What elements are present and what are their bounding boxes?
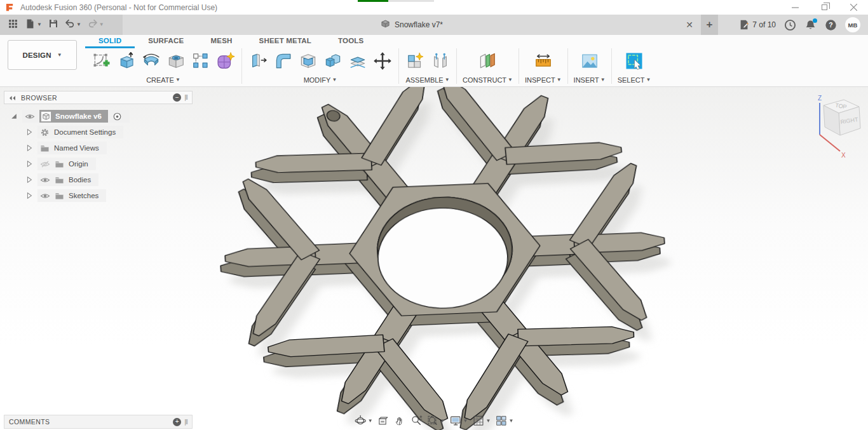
minimize-button[interactable]	[780, 0, 810, 15]
z-axis-label: Z	[818, 95, 822, 102]
select-tool-button[interactable]	[624, 51, 645, 74]
comments-panel: COMMENTS + |‖	[4, 415, 193, 429]
workspace-selector[interactable]: DESIGN ▼	[8, 40, 77, 70]
tree-node[interactable]: Named Views	[37, 142, 107, 154]
extrude-button[interactable]	[116, 51, 137, 74]
notifications-icon[interactable]	[804, 19, 817, 31]
group-label-insert[interactable]: INSERT▼	[574, 76, 606, 84]
offset-face-button[interactable]	[347, 51, 368, 74]
ribbon-group-create: CREATE▼	[85, 48, 242, 84]
group-label-construct[interactable]: CONSTRUCT▼	[463, 76, 513, 84]
revolve-button[interactable]	[140, 51, 161, 74]
new-tab-button[interactable]: +	[701, 15, 718, 35]
fit-button[interactable]: ▼	[426, 414, 447, 427]
combine-icon	[323, 51, 342, 73]
browser-header: BROWSER − |‖	[4, 91, 193, 104]
expander-icon[interactable]	[24, 160, 34, 168]
browser-title: BROWSER	[21, 94, 57, 102]
tab-surface[interactable]: SURFACE	[135, 36, 197, 48]
visibility-eye-icon[interactable]	[40, 192, 50, 200]
insert-image-button[interactable]	[579, 51, 600, 74]
group-label-create[interactable]: CREATE▼	[146, 76, 180, 84]
group-label-select[interactable]: SELECT▼	[618, 76, 651, 84]
orbit-button[interactable]: ▼	[353, 414, 374, 427]
activate-radio-icon[interactable]	[112, 112, 122, 121]
chevron-down-icon: ▼	[508, 419, 513, 424]
expander-icon[interactable]	[24, 192, 34, 199]
restore-button[interactable]	[810, 0, 839, 15]
group-label-inspect[interactable]: INSPECT▼	[525, 76, 562, 84]
folder-icon	[40, 144, 50, 152]
visibility-eye-off-icon[interactable]	[40, 160, 50, 168]
expander-icon[interactable]	[24, 176, 34, 184]
user-avatar[interactable]: MB	[845, 17, 860, 32]
tree-node[interactable]: Origin	[37, 158, 96, 170]
node-label: Named Views	[54, 144, 99, 152]
tab-sheet-metal[interactable]: SHEET METAL	[246, 36, 325, 48]
viewport-canvas[interactable]: BROWSER − |‖ Snowflake v6 Document Setti…	[0, 87, 868, 430]
undo-icon	[65, 18, 75, 31]
expander-icon[interactable]	[24, 128, 34, 136]
new-component-button[interactable]	[405, 51, 426, 74]
visibility-eye-icon[interactable]	[25, 112, 35, 121]
create-form-button[interactable]	[215, 51, 236, 74]
construction-plane-button[interactable]	[477, 51, 498, 74]
browser-drag-grip[interactable]: |‖	[184, 94, 187, 101]
node-label: Snowflake v6	[55, 112, 102, 120]
app-grid-button[interactable]	[6, 17, 20, 33]
grid-settings-button[interactable]: ▼	[471, 414, 492, 427]
app-toolbar: ▼▼▼ Snowflake v7* ✕ + 7 of 10 ? MB	[0, 15, 868, 35]
shell-button[interactable]	[297, 51, 318, 74]
fillet-button[interactable]	[273, 51, 294, 74]
display-settings-button[interactable]: ▼	[449, 414, 470, 427]
browser-row-root: Snowflake v6	[4, 110, 193, 123]
comments-drag-grip[interactable]: |‖	[184, 419, 187, 426]
comments-expand-button[interactable]: +	[173, 418, 181, 426]
press-pull-button[interactable]	[248, 51, 269, 74]
move-copy-icon	[373, 51, 392, 73]
expander-icon[interactable]	[24, 144, 34, 152]
expander-icon[interactable]	[9, 112, 19, 120]
redo-button[interactable]: ▼	[86, 17, 106, 32]
tree-node[interactable]: Bodies	[37, 173, 98, 186]
close-button[interactable]	[839, 0, 868, 15]
undo-button[interactable]: ▼	[63, 17, 83, 32]
save-button[interactable]	[46, 17, 60, 32]
tab-solid[interactable]: SOLID	[85, 36, 135, 48]
selected-node[interactable]: Snowflake v6	[39, 110, 108, 123]
visibility-eye-icon[interactable]	[40, 176, 50, 184]
move-copy-button[interactable]	[372, 51, 393, 74]
browser-row-bodies: Bodies	[4, 173, 193, 186]
chevron-down-icon: ▼	[600, 77, 606, 83]
tab-tools[interactable]: TOOLS	[325, 36, 377, 48]
node-label: Bodies	[69, 176, 91, 184]
node-label: Origin	[69, 160, 88, 168]
help-icon[interactable]: ?	[825, 19, 837, 31]
tree-node[interactable]: Sketches	[37, 189, 106, 202]
look-at-button[interactable]	[376, 414, 391, 427]
redo-icon	[88, 18, 98, 31]
zoom-button[interactable]	[409, 414, 424, 427]
group-label-assemble[interactable]: ASSEMBLE▼	[405, 76, 449, 84]
measure-button[interactable]	[532, 51, 553, 74]
svg-text:?: ?	[829, 22, 832, 29]
tree-node[interactable]: Document Settings	[37, 126, 123, 138]
edit-counter[interactable]: 7 of 10	[738, 19, 776, 30]
tab-mesh[interactable]: MESH	[198, 36, 246, 48]
hole-button[interactable]	[165, 51, 186, 74]
view-cube[interactable]: TOP RIGHT Z X	[804, 90, 862, 161]
document-tab[interactable]: Snowflake v7*	[381, 19, 443, 31]
create-sketch-button[interactable]	[91, 51, 112, 74]
chevron-down-icon: ▼	[646, 77, 651, 83]
rectangular-pattern-button[interactable]	[190, 51, 211, 74]
tab-close-button[interactable]: ✕	[682, 15, 697, 35]
file-new-button[interactable]: ▼	[23, 17, 44, 33]
clock-icon[interactable]	[784, 19, 796, 31]
collapse-panel-icon[interactable]	[9, 92, 16, 104]
pan-button[interactable]	[393, 414, 407, 427]
browser-collapse-button[interactable]: −	[173, 93, 181, 102]
joint-button[interactable]	[430, 51, 451, 74]
group-label-modify[interactable]: MODIFY▼	[304, 76, 337, 84]
viewports-button[interactable]: ▼	[494, 414, 515, 427]
combine-button[interactable]	[322, 51, 343, 74]
